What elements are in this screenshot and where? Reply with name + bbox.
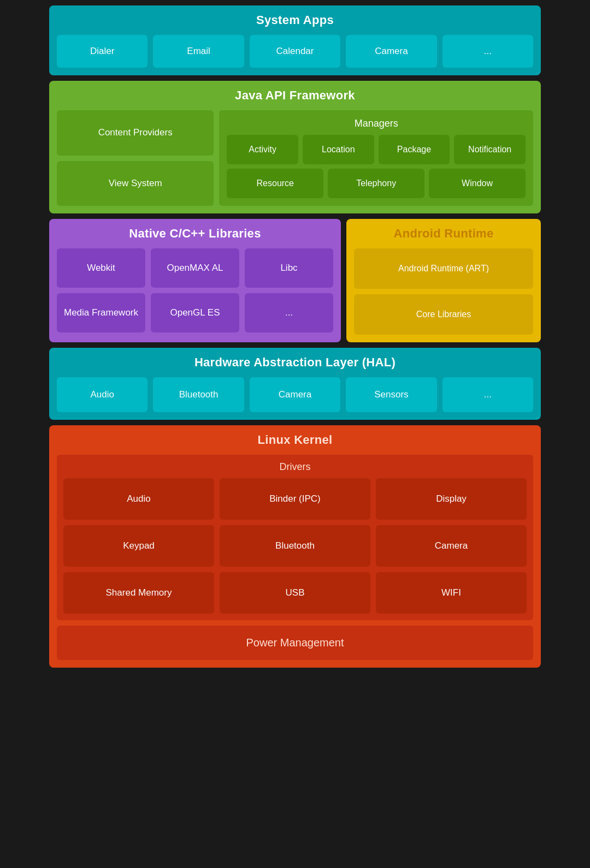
- android-runtime-title: Android Runtime: [354, 227, 533, 241]
- native-opengl: OpenGL ES: [151, 293, 239, 332]
- native-openmax: OpenMAX AL: [151, 248, 239, 288]
- app-more: ...: [442, 35, 533, 68]
- managers-container: Managers Activity Location Package Notif…: [219, 110, 533, 206]
- runtime-core: Core Libraries: [354, 294, 533, 335]
- hal-layer: Hardware Abstraction Layer (HAL) Audio B…: [49, 348, 541, 420]
- driver-display: Display: [376, 478, 527, 520]
- managers-row1: Activity Location Package Notification: [227, 135, 526, 164]
- driver-usb: USB: [220, 572, 370, 614]
- manager-activity: Activity: [227, 135, 298, 164]
- view-system-box: View System: [57, 161, 214, 206]
- driver-keypad: Keypad: [63, 525, 214, 567]
- drivers-container: Drivers Audio Binder (IPC) Display Keypa…: [57, 455, 533, 620]
- hal-sensors: Sensors: [346, 377, 436, 412]
- manager-package: Package: [379, 135, 450, 164]
- native-libc: Libc: [245, 248, 333, 288]
- driver-binder: Binder (IPC): [220, 478, 370, 520]
- hal-more: ...: [442, 377, 533, 412]
- driver-shared-memory: Shared Memory: [63, 572, 214, 614]
- managers-title: Managers: [227, 118, 526, 129]
- runtime-art: Android Runtime (ART): [354, 248, 533, 289]
- hal-grid: Audio Bluetooth Camera Sensors ...: [57, 377, 533, 412]
- native-grid: Webkit OpenMAX AL Libc Media Framework O…: [57, 248, 333, 332]
- linux-layer: Linux Kernel Drivers Audio Binder (IPC) …: [49, 425, 541, 668]
- manager-window: Window: [429, 169, 526, 198]
- hal-camera: Camera: [250, 377, 340, 412]
- java-api-title: Java API Framework: [57, 88, 533, 103]
- driver-audio: Audio: [63, 478, 214, 520]
- native-layer: Native C/C++ Libraries Webkit OpenMAX AL…: [49, 219, 341, 342]
- java-api-layer: Java API Framework Content Providers Vie…: [49, 81, 541, 213]
- native-more: ...: [245, 293, 333, 332]
- native-runtime-row: Native C/C++ Libraries Webkit OpenMAX AL…: [49, 219, 541, 342]
- manager-telephony: Telephony: [328, 169, 424, 198]
- content-providers-box: Content Providers: [57, 110, 214, 156]
- app-email: Email: [153, 35, 244, 68]
- manager-notification: Notification: [454, 135, 526, 164]
- native-media: Media Framework: [57, 293, 145, 332]
- android-runtime-layer: Android Runtime Android Runtime (ART) Co…: [346, 219, 541, 342]
- power-management: Power Management: [57, 626, 533, 660]
- system-apps-title: System Apps: [57, 13, 533, 27]
- android-architecture-diagram: System Apps Dialer Email Calendar Camera…: [49, 5, 541, 668]
- app-dialer: Dialer: [57, 35, 148, 68]
- manager-location: Location: [303, 135, 374, 164]
- app-camera: Camera: [346, 35, 436, 68]
- drivers-title: Drivers: [63, 461, 527, 473]
- hal-bluetooth: Bluetooth: [153, 377, 244, 412]
- driver-camera: Camera: [376, 525, 527, 567]
- native-title: Native C/C++ Libraries: [57, 227, 333, 241]
- java-api-left: Content Providers View System: [57, 110, 214, 206]
- manager-resource: Resource: [227, 169, 323, 198]
- native-webkit: Webkit: [57, 248, 145, 288]
- linux-title: Linux Kernel: [57, 433, 533, 447]
- system-apps-grid: Dialer Email Calendar Camera ...: [57, 35, 533, 68]
- app-calendar: Calendar: [250, 35, 340, 68]
- system-apps-layer: System Apps Dialer Email Calendar Camera…: [49, 5, 541, 75]
- hal-audio: Audio: [57, 377, 148, 412]
- driver-bluetooth: Bluetooth: [220, 525, 370, 567]
- drivers-grid: Audio Binder (IPC) Display Keypad Blueto…: [63, 478, 527, 614]
- hal-title: Hardware Abstraction Layer (HAL): [57, 355, 533, 370]
- runtime-grid: Android Runtime (ART) Core Libraries: [354, 248, 533, 335]
- driver-wifi: WIFI: [376, 572, 527, 614]
- java-api-inner: Content Providers View System Managers A…: [57, 110, 533, 206]
- managers-row2: Resource Telephony Window: [227, 169, 526, 198]
